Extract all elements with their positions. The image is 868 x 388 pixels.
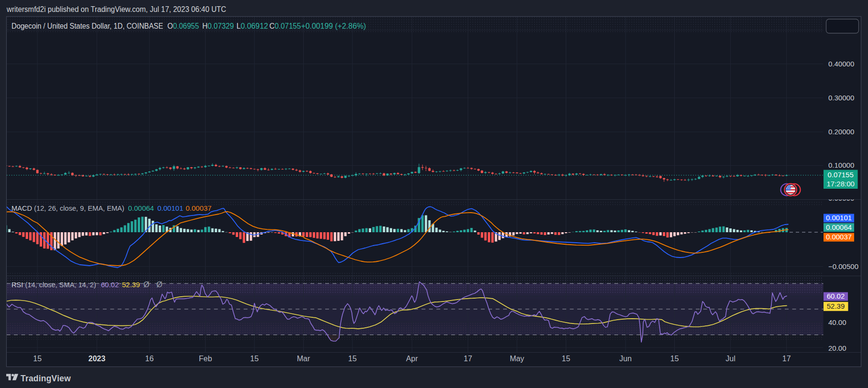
svg-text:0.00064: 0.00064 [826, 223, 852, 231]
svg-text:52.39: 52.39 [827, 302, 845, 310]
svg-text:Mar: Mar [297, 355, 310, 363]
svg-text:17: 17 [782, 355, 791, 363]
svg-text:H0.07329: H0.07329 [202, 22, 234, 30]
svg-text:L0.06912: L0.06912 [237, 22, 268, 30]
svg-text:0.00101: 0.00101 [826, 214, 852, 222]
svg-text:60.02: 60.02 [827, 292, 845, 300]
svg-text:15: 15 [670, 355, 679, 363]
svg-text:15: 15 [33, 355, 42, 363]
svg-text:0.40000: 0.40000 [828, 60, 854, 68]
svg-text:writersmfd2i published on Trad: writersmfd2i published on TradingView.co… [6, 5, 226, 13]
svg-text:Feb: Feb [199, 355, 212, 363]
svg-text:0.00037: 0.00037 [186, 204, 211, 212]
svg-text:0.00101: 0.00101 [157, 204, 183, 212]
svg-text:0.30000: 0.30000 [828, 94, 854, 102]
svg-text:O0.06955: O0.06955 [167, 22, 199, 30]
svg-text:20.00: 20.00 [828, 344, 846, 352]
svg-text:RSI (14, close, SMA, 14, 2): RSI (14, close, SMA, 14, 2) [11, 280, 96, 289]
svg-text:0.00064: 0.00064 [128, 204, 154, 212]
svg-text:0.07155: 0.07155 [828, 171, 854, 179]
svg-text:2023: 2023 [88, 355, 106, 363]
svg-text:17: 17 [464, 355, 472, 363]
svg-text:15: 15 [562, 355, 571, 363]
svg-text:17:28:00: 17:28:00 [827, 180, 855, 188]
svg-text:0.10000: 0.10000 [828, 161, 854, 169]
svg-text:C0.07155: C0.07155 [269, 22, 301, 30]
svg-text:16: 16 [145, 355, 154, 363]
svg-text:TradingView: TradingView [21, 374, 71, 383]
svg-text:Ø: Ø [156, 280, 162, 289]
svg-text:Jul: Jul [725, 355, 735, 363]
svg-text:May: May [510, 355, 524, 363]
svg-text:52.39: 52.39 [122, 280, 140, 289]
svg-text:15: 15 [250, 355, 259, 363]
svg-text:+0.00199 (+2.86%): +0.00199 (+2.86%) [301, 22, 366, 30]
svg-text:40.00: 40.00 [828, 318, 846, 326]
svg-text:60.02: 60.02 [101, 280, 119, 289]
svg-text:Apr: Apr [406, 355, 418, 363]
svg-text:−0.00500: −0.00500 [828, 262, 858, 270]
svg-text:Ø: Ø [143, 280, 149, 289]
svg-text:Jun: Jun [619, 355, 632, 363]
svg-text:MACD (12, 26, close, 9, EMA, E: MACD (12, 26, close, 9, EMA, EMA) [11, 204, 124, 212]
svg-text:0.20000: 0.20000 [828, 128, 854, 136]
svg-text:15: 15 [348, 355, 357, 363]
svg-text:Dogecoin / United States Dolla: Dogecoin / United States Dollar, 1D, COI… [11, 22, 163, 30]
svg-text:0.00037: 0.00037 [826, 233, 852, 241]
